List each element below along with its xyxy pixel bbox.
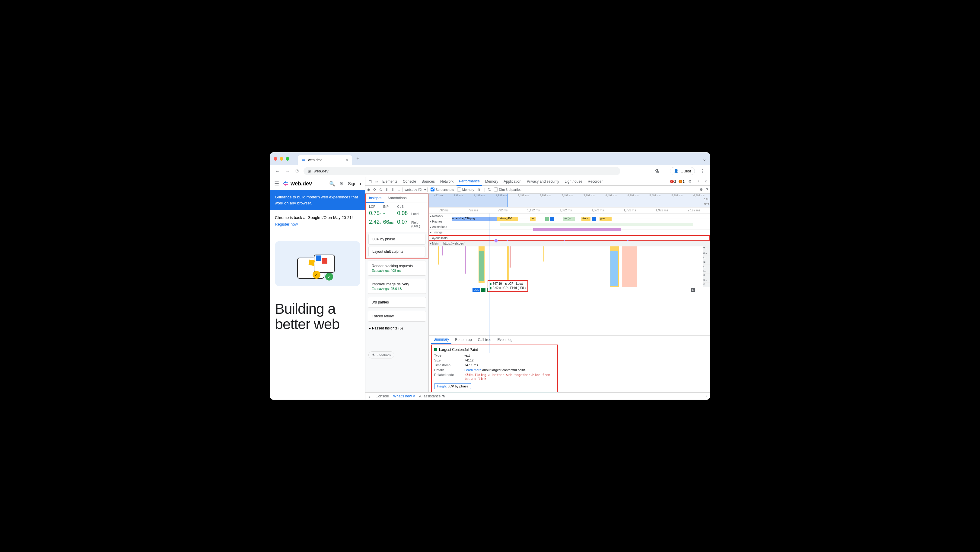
layout-shifts-track[interactable]: Layout shifts (429, 235, 710, 241)
filter-icon[interactable]: ⇅ (488, 188, 491, 192)
register-link[interactable]: Register now (275, 222, 298, 227)
minimize-window[interactable] (280, 157, 283, 161)
reload-record-icon[interactable]: ⟳ (373, 188, 376, 192)
recording-select[interactable]: web.dev #2 (402, 187, 427, 192)
sign-in-link[interactable]: Sign in (348, 181, 361, 186)
insight-lcp-phase[interactable]: LCP by phase (368, 234, 425, 245)
performance-timeline[interactable]: 492 ms 992 ms 1,492 ms 1,992 ms 2,492 ms… (429, 193, 710, 392)
device-icon[interactable]: ▭ (374, 179, 379, 183)
tab-privacy[interactable]: Privacy and security (524, 177, 562, 185)
upload-icon[interactable]: ⬆ (385, 188, 388, 192)
tab-lighthouse[interactable]: Lighthouse (562, 177, 585, 185)
tab-elements[interactable]: Elements (380, 177, 400, 185)
insights-sidebar: Insights Annotations LCP INP CLS 0.75s -… (365, 193, 429, 392)
eventlog-tab[interactable]: Event log (495, 336, 515, 343)
drawer-whatsnew[interactable]: What's new × (393, 394, 415, 398)
site-settings-icon[interactable]: ⊞ (308, 169, 311, 173)
page-content: ☰ web.dev 🔍 ☀ Sign in Guidance to build … (270, 177, 365, 399)
guest-label: Guest (680, 169, 691, 173)
tab-memory[interactable]: Memory (483, 177, 501, 185)
tab-application[interactable]: Application (501, 177, 524, 185)
maximize-window[interactable] (286, 157, 290, 161)
feedback-button[interactable]: ⚗ Feedback (368, 351, 395, 359)
insight-render-blocking[interactable]: Render blocking requests Est savings: 40… (368, 261, 426, 276)
close-devtools-icon[interactable]: × (704, 179, 708, 183)
chrome-menu-icon[interactable]: ⋮ (699, 167, 706, 175)
site-logo[interactable]: web.dev (283, 180, 312, 187)
core-web-vitals: LCP INP CLS 0.75s - 0.08 Local 2.42s 66m… (366, 203, 428, 232)
cls-local: 0.08 (397, 210, 411, 217)
more-icon[interactable]: ⋮ (695, 179, 701, 183)
insights-tab[interactable]: Insights (366, 194, 384, 203)
bottomup-tab[interactable]: Bottom-up (453, 336, 474, 343)
minimap[interactable]: 492 ms 992 ms 1,492 ms 1,992 ms 2,492 ms… (429, 193, 710, 207)
main-track-header[interactable]: ▾ Main — https://web.dev/ (429, 241, 710, 246)
io-text: Chrome is back at Google I/O on May 20-2… (275, 215, 353, 220)
dim-3rd-checkbox[interactable]: Dim 3rd parties (494, 188, 522, 191)
address-bar[interactable]: ⊞ web.dev (304, 167, 620, 175)
tab-console[interactable]: Console (400, 177, 418, 185)
inp-field: 66ms (383, 219, 398, 225)
drawer-menu-icon[interactable]: ⋮ (368, 394, 371, 398)
search-icon[interactable]: 🔍 (329, 181, 335, 187)
p-marker[interactable]: P (481, 288, 485, 292)
hero-heading: Building a better web (270, 286, 365, 332)
url-text: web.dev (314, 169, 328, 173)
clear-icon[interactable]: ⊘ (379, 188, 382, 192)
perf-settings-icon[interactable]: ⚙ (700, 188, 703, 192)
warning-count[interactable]: !1 (679, 180, 685, 183)
lcp-details: Largest Contentful Paint Typetext Size74… (431, 345, 558, 392)
gc-icon[interactable]: 🗑 (477, 188, 480, 192)
screenshots-checkbox[interactable]: Screenshots (431, 188, 454, 191)
insight-image-delivery[interactable]: Improve image delivery Est savings: 25.0… (368, 279, 426, 294)
tab-sources[interactable]: Sources (419, 177, 437, 185)
network-track[interactable]: ▸ Network ome-blue_720.png ...ature_480.… (429, 214, 710, 219)
tab-performance[interactable]: Performance (457, 177, 482, 186)
insight-lcp-phase-button[interactable]: Insight LCP by phase (434, 383, 471, 389)
insight-forced-reflow[interactable]: Forced reflow (368, 311, 426, 322)
labs-icon[interactable]: ⚗ (654, 167, 660, 175)
error-count[interactable]: ✕2 (670, 180, 676, 183)
tabs-menu-icon[interactable]: ⌄ (702, 156, 706, 162)
close-window[interactable] (274, 157, 277, 161)
dcl-marker[interactable]: DCL (473, 288, 480, 292)
calltree-tab[interactable]: Call tree (476, 336, 494, 343)
settings-icon[interactable]: ⚙ (687, 179, 693, 183)
back-button[interactable]: ← (274, 167, 281, 175)
download-icon[interactable]: ⬇ (391, 188, 395, 192)
summary-tab[interactable]: Summary (431, 336, 451, 344)
inspect-icon[interactable]: ◫ (367, 179, 373, 183)
close-tab-icon[interactable]: × (346, 158, 348, 163)
memory-checkbox[interactable]: Memory (457, 188, 474, 191)
learn-more-link[interactable]: Learn more (465, 368, 481, 372)
reload-button[interactable]: ⟳ (294, 167, 301, 175)
new-tab-button[interactable]: + (355, 156, 361, 162)
insight-3rd-parties[interactable]: 3rd parties (368, 297, 426, 308)
favicon-icon (301, 158, 305, 162)
flame-chart[interactable]: T... x... (... Iz (... (... F s... E... (429, 246, 710, 292)
forward-button[interactable]: → (284, 167, 291, 175)
drawer-console[interactable]: Console (375, 394, 389, 398)
annotations-tab[interactable]: Annotations (384, 194, 409, 203)
related-node[interactable]: h3#building-a-better-web-together.hide-f… (465, 373, 555, 381)
record-icon[interactable]: ◉ (367, 188, 370, 192)
home-icon[interactable]: ⌂ (398, 188, 399, 192)
lcp-local: 0.75s (369, 210, 383, 217)
drawer-ai[interactable]: AI assistance ⚗ (419, 394, 445, 398)
close-drawer-icon[interactable]: × (705, 394, 708, 398)
tab-recorder[interactable]: Recorder (585, 177, 605, 185)
insight-cls-culprits[interactable]: Layout shift culprits (368, 246, 425, 257)
ruler[interactable]: 592 ms 792 ms 992 ms 1,192 ms 1,392 ms 1… (429, 207, 710, 214)
l-marker[interactable]: L (691, 288, 695, 292)
menu-icon[interactable]: ☰ (274, 180, 279, 187)
hero-illustration: ✓✓ (275, 241, 360, 286)
tab-network[interactable]: Network (438, 177, 456, 185)
profile-button[interactable]: 👤 Guest (670, 167, 695, 175)
browser-tab-strip: web.dev × + ⌄ (270, 153, 710, 165)
theme-icon[interactable]: ☀ (339, 181, 344, 187)
devtools-panel: ◫ ▭ Elements Console Sources Network Per… (365, 177, 710, 399)
passed-insights[interactable]: ▸ Passed insights (6) (365, 323, 428, 333)
browser-tab[interactable]: web.dev × (298, 155, 352, 165)
cls-field: 0.07 (397, 219, 411, 225)
help-icon[interactable]: ? (706, 188, 708, 192)
